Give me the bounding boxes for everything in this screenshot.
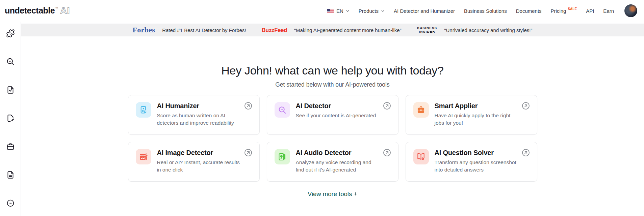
bi-line2: INSIDER <box>419 30 435 33</box>
tool-icon-tile <box>275 149 290 164</box>
svg-text:AI: AI <box>281 109 283 111</box>
more-circle-icon[interactable] <box>6 199 15 208</box>
card-ai-detector[interactable]: AI AI Detector See if your content is AI… <box>267 95 398 135</box>
nav-label: API <box>586 8 594 14</box>
nav-business-solutions[interactable]: Business Solutions <box>464 8 507 14</box>
open-tool-arrow-icon[interactable] <box>521 101 530 110</box>
puzzle-icon[interactable] <box>6 29 15 38</box>
undetectable-ai-dashboard: undetectable ™ AI EN Products AI Detecto… <box>0 0 644 216</box>
page-title: Hey John! what can we help you with toda… <box>221 64 443 77</box>
nav-earn[interactable]: Earn <box>603 8 614 14</box>
business-insider-logo: BUSINESS INSIDER <box>417 26 437 34</box>
ai-magnifier-icon: AI <box>278 105 287 115</box>
audio-file-icon <box>278 152 287 161</box>
open-tool-arrow-icon[interactable] <box>244 148 253 157</box>
trademark-symbol: ™ <box>55 7 58 10</box>
nav-label: Documents <box>516 8 542 14</box>
page-subtitle: Get started below with our AI-powered to… <box>275 81 390 88</box>
nav-label: Business Solutions <box>464 8 507 14</box>
nav-products-label: Products <box>359 8 379 14</box>
tools-grid: AI Humanizer Score as human written on A… <box>128 95 537 182</box>
ai-search-icon[interactable]: AI <box>6 57 15 66</box>
card-description: Transform any question screenshot into d… <box>435 159 518 174</box>
nav-documents[interactable]: Documents <box>516 8 542 14</box>
us-flag-icon <box>327 9 334 13</box>
nav-api[interactable]: API <box>586 8 594 14</box>
left-sidebar: AI <box>0 22 21 216</box>
top-navigation: EN Products AI Detector and Humanizer Bu… <box>327 4 637 17</box>
card-text: AI Question Solver Transform any questio… <box>435 149 530 175</box>
card-description: Have AI quickly apply to the right jobs … <box>435 112 518 127</box>
nav-products[interactable]: Products <box>359 8 385 14</box>
card-title: Smart Applier <box>435 102 518 110</box>
brand-logo[interactable]: undetectable ™ AI <box>5 6 70 16</box>
file-check-icon[interactable] <box>6 86 15 94</box>
card-ai-humanizer[interactable]: AI Humanizer Score as human written on A… <box>128 95 260 135</box>
nav-ai-detector-and-humanizer[interactable]: AI Detector and Humanizer <box>394 8 455 14</box>
user-avatar[interactable] <box>624 4 637 17</box>
svg-text:AI: AI <box>9 60 11 62</box>
press-quotes-bar: Forbes Rated #1 Best AI Detector by Forb… <box>21 24 644 36</box>
chevron-down-icon <box>346 9 350 13</box>
nav-label: Pricing <box>551 8 566 14</box>
card-description: Analyze any voice recording and find out… <box>296 159 379 174</box>
card-title: AI Image Detector <box>157 149 240 157</box>
sale-badge: SALE <box>568 7 577 11</box>
tool-icon-tile <box>136 149 151 164</box>
file-text-icon[interactable] <box>6 171 15 179</box>
card-title: AI Detector <box>296 102 376 110</box>
nav-pricing[interactable]: Pricing SALE <box>551 8 577 14</box>
card-text: AI Humanizer Score as human written on A… <box>157 102 252 128</box>
card-title: AI Humanizer <box>157 102 240 110</box>
press-business-insider: BUSINESS INSIDER “Unrivaled accuracy and… <box>417 26 533 34</box>
press-buzzfeed: BuzzFeed “Making AI-generated content mo… <box>262 27 402 33</box>
chevron-down-icon <box>381 9 385 13</box>
view-more-tools-link[interactable]: View more tools + <box>308 190 357 198</box>
main-area: Forbes Rated #1 Best AI Detector by Forb… <box>21 22 644 216</box>
card-description: See if your content is AI-generated <box>296 112 376 119</box>
svg-text:?: ? <box>422 157 423 160</box>
briefcase-icon[interactable] <box>6 142 15 151</box>
bi-line1: BUSINESS <box>417 26 437 30</box>
nav-label: Earn <box>603 8 614 14</box>
card-ai-question-solver[interactable]: ? AI Question Solver Transform any quest… <box>406 142 537 182</box>
card-text: Smart Applier Have AI quickly apply to t… <box>435 102 530 128</box>
buzzfeed-quote: “Making AI-generated content more human-… <box>294 27 402 33</box>
buzzfeed-logo: BuzzFeed <box>262 27 287 33</box>
language-selector[interactable]: EN <box>327 8 350 14</box>
forbes-logo: Forbes <box>133 26 155 34</box>
tool-icon-tile: AI <box>275 102 290 118</box>
open-tool-arrow-icon[interactable] <box>383 101 391 110</box>
card-title: AI Question Solver <box>435 149 518 157</box>
tool-icon-tile <box>413 102 429 118</box>
top-header: undetectable ™ AI EN Products AI Detecto… <box>0 0 644 22</box>
card-ai-image-detector[interactable]: AI Image Detector Real or AI? Instant, a… <box>128 142 260 182</box>
briefcase-icon <box>416 105 426 115</box>
card-smart-applier[interactable]: Smart Applier Have AI quickly apply to t… <box>406 95 537 135</box>
card-text: AI Audio Detector Analyze any voice reco… <box>296 149 391 175</box>
file-pen-icon[interactable] <box>6 114 15 123</box>
card-text: AI Image Detector Real or AI? Instant, a… <box>157 149 252 175</box>
content: Hey John! what can we help you with toda… <box>21 36 644 198</box>
language-label: EN <box>336 8 343 14</box>
business-insider-quote: “Unrivaled accuracy and writing styles!” <box>444 27 532 33</box>
open-tool-arrow-icon[interactable] <box>244 101 253 110</box>
book-question-icon: ? <box>416 152 426 161</box>
card-ai-audio-detector[interactable]: AI Audio Detector Analyze any voice reco… <box>267 142 398 182</box>
card-description: Real or AI? Instant, accurate results in… <box>157 159 240 174</box>
nav-label: AI Detector and Humanizer <box>394 8 455 14</box>
open-tool-arrow-icon[interactable] <box>383 148 391 157</box>
card-description: Score as human written on AI detectors a… <box>157 112 240 127</box>
open-tool-arrow-icon[interactable] <box>521 148 530 157</box>
tool-icon-tile <box>136 102 151 118</box>
image-search-icon <box>139 152 148 161</box>
forbes-quote: Rated #1 Best AI Detector by Forbes! <box>162 27 246 33</box>
card-text: AI Detector See if your content is AI-ge… <box>296 102 388 128</box>
card-title: AI Audio Detector <box>296 149 379 157</box>
press-forbes: Forbes Rated #1 Best AI Detector by Forb… <box>133 26 246 34</box>
brand-ai-suffix: AI <box>60 6 70 16</box>
brand-name: undetectable <box>5 6 55 16</box>
tool-icon-tile: ? <box>413 149 429 164</box>
id-card-check-icon <box>139 105 148 115</box>
